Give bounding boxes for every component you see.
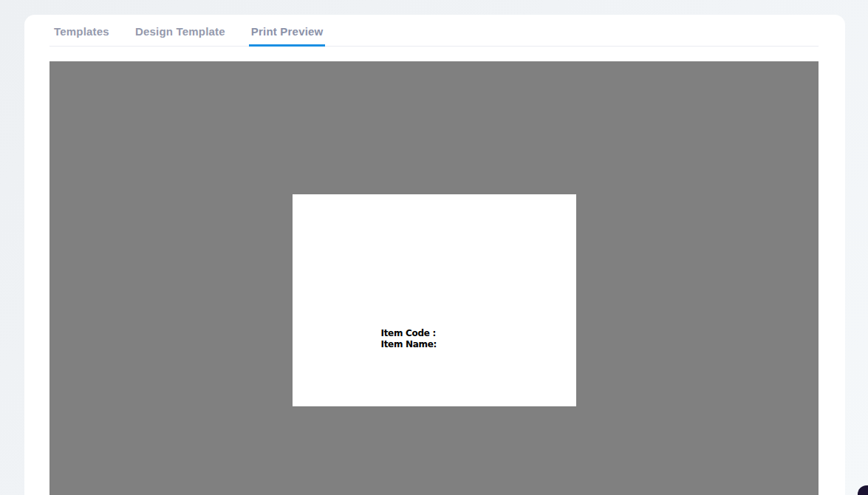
- floating-corner-widget[interactable]: [858, 485, 868, 495]
- tab-templates[interactable]: Templates: [52, 25, 112, 47]
- label-fields: Item Code :Item Name:: [381, 328, 437, 350]
- tab-print-preview[interactable]: Print Preview: [249, 25, 326, 47]
- templates-card: Templates Design Template Print Preview …: [24, 15, 845, 495]
- tab-design-template[interactable]: Design Template: [133, 25, 228, 47]
- print-preview-viewer[interactable]: Item Code :Item Name:: [49, 61, 819, 495]
- label-page: Item Code :Item Name:: [293, 194, 576, 406]
- tab-bar: Templates Design Template Print Preview: [24, 15, 845, 47]
- item-name-label: Item Name:: [381, 339, 437, 349]
- page-background: { "tabs": [ { "label": "Templates", "act…: [0, 0, 868, 495]
- item-code-label: Item Code :: [381, 328, 436, 338]
